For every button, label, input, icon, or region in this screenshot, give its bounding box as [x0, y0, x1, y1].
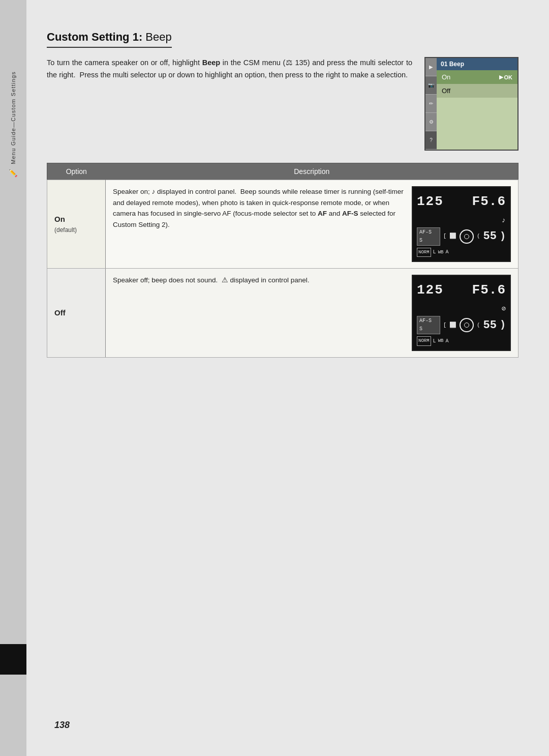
cp-focus-inner-on [464, 234, 469, 239]
lcd-option-off: Off [437, 84, 517, 98]
cp-top-off: 125 F5.6 [417, 280, 506, 301]
cp-top-on: 125 F5.6 [417, 191, 506, 213]
lcd-title: 01 Beep [437, 58, 517, 70]
cp-mid-on: AF-S S [ ⬜ ( 55 ) [417, 227, 506, 246]
lcd-icon-playback: ▶ [425, 58, 437, 76]
cp-shutter-off: 125 [417, 280, 444, 301]
intro-text: To turn the camera speaker on or off, hi… [47, 57, 412, 81]
lcd-menu: ▶ 📷 ✏ ⚙ ? 01 Beep On ▶OK Off [424, 57, 518, 151]
cp-bracket-right-off: ( [477, 321, 480, 330]
cp-paren-off: ) [500, 317, 506, 333]
cp-mid-off: AF-S S [ ⬜ ( 55 ) [417, 316, 506, 334]
cp-beep-off-symbol: ⊘ [502, 303, 506, 314]
desc-cell-off: Speaker off; beep does not sound. ⚠ disp… [106, 269, 518, 357]
cp-af-badge-on: AF-S S [417, 227, 440, 246]
cp-shots-off: 55 [483, 316, 497, 334]
cp-small-num-off: ⬜ [449, 321, 456, 330]
intro-area: To turn the camera speaker on or off, hi… [47, 57, 518, 151]
cp-bracket-left-on: [ [443, 232, 447, 241]
lcd-main: 01 Beep On ▶OK Off [437, 58, 517, 150]
option-cell-on: On (default) [47, 180, 106, 269]
cp-norm-off: NORM [417, 336, 431, 345]
cp-focus-on [460, 229, 474, 244]
sidebar-label: Menu Guide—Custom Settings [10, 71, 16, 164]
option-on-sublabel: (default) [54, 225, 98, 235]
table-row-off: Off Speaker off; beep does not sound. ⚠ … [47, 269, 518, 357]
lcd-left-strip: ▶ 📷 ✏ ⚙ ? [425, 58, 437, 150]
option-off-label: Off [54, 307, 98, 319]
lcd-icon-settings: ⚙ [425, 113, 437, 131]
cp-shutter-on: 125 [417, 191, 444, 213]
desc-on-text: Speaker on; ♪ displayed in control panel… [113, 186, 405, 230]
page-title: Custom Setting 1: Beep [47, 31, 172, 48]
cp-bottom-on: NORM L WB A [417, 248, 506, 257]
sidebar: ✏️ Menu Guide—Custom Settings [0, 0, 26, 756]
pencil-icon: ✏️ [9, 168, 17, 178]
lcd-icon-question: ? [425, 131, 437, 150]
lcd-on-label: On [442, 73, 450, 81]
cp-aperture-on: F5.6 [472, 191, 506, 213]
desc-off-text: Speaker off; beep does not sound. ⚠ disp… [113, 275, 405, 286]
lcd-icon-camera: 📷 [425, 76, 437, 95]
cp-small-num-on: ⬜ [449, 232, 456, 241]
cp-focus-inner-off [464, 323, 469, 328]
sidebar-tab: ✏️ Menu Guide—Custom Settings [9, 71, 17, 178]
desc-cell-on: Speaker on; ♪ displayed in control panel… [106, 180, 518, 269]
option-on-label: On [54, 213, 98, 225]
cp-a-off: A [445, 337, 448, 345]
col-header-option: Option [47, 163, 106, 180]
page-number: 138 [54, 720, 70, 731]
cp-aperture-off: F5.6 [472, 280, 506, 301]
cp-norm-on: NORM [417, 248, 431, 257]
cp-l-off: L [433, 337, 436, 345]
table-row-on: On (default) Speaker on; ♪ displayed in … [47, 180, 518, 269]
control-panel-on: 125 F5.6 ♪ AF-S S [ ⬜ [412, 186, 511, 262]
cp-wb-off: WB [438, 337, 444, 344]
black-tab [0, 644, 26, 675]
cp-bracket-left-off: [ [443, 321, 447, 330]
option-cell-off: Off [47, 269, 106, 357]
desc-on-content: Speaker on; ♪ displayed in control panel… [113, 186, 511, 262]
lcd-icon-pencil: ✏ [425, 95, 437, 113]
cp-a-on: A [445, 248, 448, 256]
cp-l-on: L [433, 248, 436, 256]
desc-off-content: Speaker off; beep does not sound. ⚠ disp… [113, 275, 511, 351]
cp-bottom-off: NORM L WB A [417, 336, 506, 345]
lcd-option-on: On ▶OK [437, 70, 517, 84]
main-content: Custom Setting 1: Beep To turn the camer… [26, 0, 549, 756]
settings-table: Option Description On (default) Speaker … [47, 163, 518, 358]
col-header-description: Description [106, 163, 518, 180]
title-suffix: Beep [145, 31, 171, 43]
cp-wb-on: WB [438, 249, 444, 256]
cp-beep-on-symbol: ♪ [502, 215, 506, 226]
title-prefix: Custom Setting 1: [47, 31, 142, 43]
cp-focus-off [460, 318, 474, 332]
lcd-ok-indicator: ▶OK [499, 74, 513, 80]
control-panel-off: 125 F5.6 ⊘ AF-S S [ ⬜ [412, 275, 511, 351]
cp-shots-on: 55 [483, 227, 497, 245]
cp-af-badge-off: AF-S S [417, 316, 440, 334]
cp-bracket-right-on: ( [477, 232, 480, 241]
cp-paren-on: ) [500, 228, 506, 245]
